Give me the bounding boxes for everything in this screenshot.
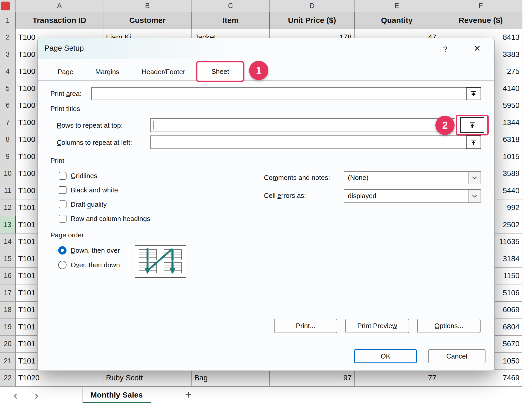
cell[interactable]: 77	[355, 370, 439, 387]
header-cell[interactable]: Unit Price ($)	[270, 12, 355, 29]
cell[interactable]: 97	[270, 370, 355, 387]
rows-collapse-button[interactable]	[460, 117, 484, 133]
row-number[interactable]: 2	[0, 29, 16, 46]
sheet-tab-bar: ‹ › Monthly Sales +	[0, 387, 532, 403]
page-setup-dialog: Page Setup ? × Page Margins Header/Foote…	[37, 38, 495, 371]
column-header-a[interactable]: A	[16, 0, 103, 12]
cell[interactable]: 7469	[439, 370, 522, 387]
cols-repeat-field-group	[150, 135, 481, 149]
page-order-label: Page order	[50, 231, 84, 239]
down-then-over-label: D̲own, then over	[71, 246, 120, 255]
row-number[interactable]: 16	[0, 268, 16, 285]
draft-quality-label: Draft q̲uality	[71, 200, 107, 209]
column-header-c[interactable]: C	[192, 0, 270, 12]
cell[interactable]: Ruby Scott	[103, 370, 192, 387]
options-button[interactable]: O̲ptions...	[417, 319, 481, 333]
help-button[interactable]: ?	[439, 43, 452, 55]
row-number[interactable]: 9	[0, 148, 16, 165]
header-cell[interactable]: Revenue ($)	[439, 12, 522, 29]
down-then-over-radio-row[interactable]: D̲own, then over	[58, 246, 120, 255]
header-cell[interactable]: Item	[192, 12, 270, 29]
dropdown-button[interactable]	[468, 172, 481, 184]
add-sheet-button[interactable]: +	[179, 387, 197, 403]
column-header-strip: A B C D E F	[0, 0, 522, 12]
dropdown-button[interactable]	[468, 190, 481, 202]
tab-page[interactable]: Page	[50, 63, 81, 81]
row-number[interactable]: 12	[0, 199, 16, 217]
header-cell[interactable]: Quantity	[355, 12, 439, 29]
row-number[interactable]: 3	[0, 46, 16, 63]
collapse-dialog-icon	[470, 90, 477, 98]
row-number[interactable]: 21	[0, 353, 16, 370]
header-cell[interactable]: Transaction ID	[16, 12, 103, 29]
row-column-headings-checkbox-row[interactable]: Row and column headings	[59, 214, 150, 223]
tab-header-footer[interactable]: Header/Footer	[137, 63, 190, 81]
down-then-over-radio[interactable]	[58, 246, 66, 255]
header-cell[interactable]: Customer	[103, 12, 192, 29]
cell[interactable]: Bag	[192, 370, 270, 387]
row-number[interactable]: 7	[0, 114, 16, 131]
print-area-field-group	[91, 87, 481, 100]
row-column-headings-label: Row and column headings	[71, 215, 150, 223]
step-1-badge: 1	[249, 61, 268, 80]
comments-dropdown[interactable]: (None)	[344, 171, 481, 184]
close-icon[interactable]: ×	[469, 42, 485, 55]
step-2-badge: 2	[435, 116, 455, 135]
black-and-white-checkbox-row[interactable]: B̲lack and white	[59, 185, 118, 195]
row-number[interactable]: 10	[0, 165, 16, 183]
ok-button[interactable]: OK	[354, 349, 417, 363]
text-caret	[154, 121, 154, 129]
comments-and-notes-label: Com̲ments and notes:	[264, 174, 330, 182]
row-number[interactable]: 8	[0, 131, 16, 148]
print-area-collapse-button[interactable]	[466, 87, 481, 100]
print-button[interactable]: Print...	[274, 319, 337, 333]
cell[interactable]: T1020	[16, 370, 103, 387]
row-number[interactable]: 17	[0, 284, 16, 302]
row-number[interactable]: 6	[0, 97, 16, 114]
row-number[interactable]: 18	[0, 302, 16, 319]
row-number[interactable]: 13	[0, 216, 16, 233]
sheet-tab-monthly-sales[interactable]: Monthly Sales	[82, 387, 151, 403]
row-number[interactable]: 15	[0, 250, 16, 268]
tab-margins[interactable]: Margins	[90, 63, 124, 81]
column-header-f[interactable]: F	[439, 0, 522, 12]
column-header-d[interactable]: D	[270, 0, 355, 12]
chevron-down-icon	[472, 194, 477, 198]
gridlines-checkbox-row[interactable]: G̲ridlines	[59, 171, 97, 180]
print-preview-button[interactable]: Print Preview̲	[345, 319, 409, 333]
black-and-white-label: B̲lack and white	[71, 186, 118, 194]
print-area-input[interactable]	[92, 88, 467, 100]
column-header-e[interactable]: E	[355, 0, 439, 12]
sheet-nav-next-icon[interactable]: ›	[29, 387, 44, 403]
over-then-down-radio[interactable]	[58, 261, 66, 269]
over-then-down-radio-row[interactable]: Ov̲er, then down	[58, 260, 120, 270]
row-number[interactable]: 19	[0, 318, 16, 336]
print-area-label: Print a̲rea:	[50, 90, 82, 98]
rows-repeat-input[interactable]	[151, 119, 455, 132]
column-header-b[interactable]: B	[103, 0, 192, 12]
cell-errors-dropdown[interactable]: displayed	[344, 189, 481, 203]
row-number[interactable]: 20	[0, 336, 16, 353]
cols-repeat-input[interactable]	[151, 136, 467, 148]
draft-quality-checkbox[interactable]	[59, 200, 66, 208]
row-number[interactable]: 5	[0, 80, 16, 97]
row-number[interactable]: 4	[0, 63, 16, 80]
black-and-white-checkbox[interactable]	[59, 186, 66, 194]
row-number[interactable]: 11	[0, 182, 16, 199]
cell-errors-dropdown-value: displayed	[344, 190, 468, 202]
row-number[interactable]: 22	[0, 370, 16, 387]
corner-red-icon	[1, 2, 10, 10]
row-number[interactable]: 14	[0, 233, 16, 251]
row-number[interactable]: 1	[0, 12, 16, 29]
over-then-down-label: Ov̲er, then down	[71, 261, 120, 269]
cols-collapse-button[interactable]	[466, 135, 481, 149]
draft-quality-checkbox-row[interactable]: Draft q̲uality	[59, 200, 107, 209]
table-header-row: 1Transaction IDCustomerItemUnit Price ($…	[0, 12, 522, 29]
page-order-icon	[135, 246, 186, 277]
cancel-button[interactable]: Cancel	[428, 349, 486, 363]
row-column-headings-checkbox[interactable]	[59, 215, 66, 223]
gridlines-checkbox[interactable]	[59, 172, 66, 180]
tab-sheet[interactable]: Sheet	[196, 61, 244, 82]
selection-edge-line	[16, 12, 16, 387]
sheet-nav-prev-icon[interactable]: ‹	[8, 387, 23, 403]
